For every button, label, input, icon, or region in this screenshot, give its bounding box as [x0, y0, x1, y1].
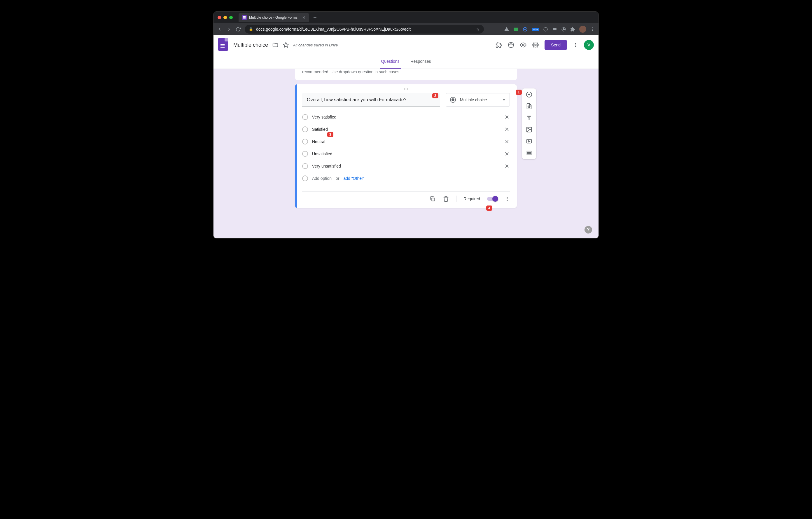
or-text: or — [336, 176, 339, 181]
svg-point-16 — [523, 44, 524, 46]
remove-option-icon[interactable] — [504, 163, 510, 169]
duplicate-icon[interactable] — [429, 196, 436, 202]
add-option-row: Add option or add "Other" — [295, 172, 517, 187]
option-label[interactable]: Unsatisfied — [312, 152, 500, 156]
svg-rect-2 — [243, 18, 245, 19]
tab-responses[interactable]: Responses — [409, 55, 432, 69]
folder-icon[interactable] — [272, 42, 279, 48]
forward-button[interactable] — [226, 27, 232, 32]
svg-rect-36 — [527, 154, 531, 155]
option-row[interactable]: Satisfied — [302, 123, 510, 135]
drag-handle-icon[interactable] — [295, 84, 517, 91]
save-status: All changes saved in Drive — [293, 43, 338, 47]
option-label[interactable]: Very unsatisfied — [312, 164, 500, 168]
new-ext-badge[interactable]: NEW — [532, 28, 539, 31]
question-more-icon[interactable] — [504, 196, 510, 201]
option-label[interactable]: Neutral — [312, 139, 500, 144]
forms-logo-icon[interactable] — [218, 38, 229, 52]
divider — [456, 196, 457, 202]
more-menu-icon[interactable] — [573, 42, 578, 48]
option-row[interactable]: Very satisfied — [302, 111, 510, 123]
question-input-wrap[interactable] — [302, 93, 440, 107]
option-label[interactable]: Very satisfied — [312, 115, 500, 119]
url-bar[interactable]: 🔒 docs.google.com/forms/d/1eO3LXima_v0nj… — [245, 25, 484, 33]
add-option-button[interactable]: Add option — [312, 176, 331, 181]
bookmark-star-icon[interactable]: ☆ — [476, 27, 480, 31]
chat-ext-icon[interactable] — [552, 27, 557, 32]
svg-point-33 — [528, 128, 528, 129]
option-row[interactable]: Unsatisfied — [302, 148, 510, 160]
drive-ext-icon[interactable] — [504, 27, 509, 32]
radio-placeholder-icon — [302, 139, 308, 144]
add-image-icon[interactable] — [526, 127, 532, 133]
form-title[interactable]: Multiple choice — [233, 42, 268, 48]
tab-questions[interactable]: Questions — [380, 55, 401, 69]
reload-button[interactable] — [236, 27, 241, 32]
circle-u-ext-icon[interactable] — [543, 27, 548, 32]
question-card[interactable]: 2 Multiple choice ▼ Very satisfied — [295, 84, 517, 208]
delete-icon[interactable] — [443, 196, 449, 202]
svg-point-30 — [507, 200, 508, 201]
option-label[interactable]: Satisfied — [312, 127, 500, 132]
tab-title: Multiple choice - Google Forms — [249, 16, 297, 20]
star-icon[interactable] — [283, 42, 289, 48]
account-avatar[interactable]: V — [584, 40, 594, 50]
option-row[interactable]: Neutral 3 — [302, 135, 510, 148]
forms-app: Multiple choice All changes saved in Dri… — [213, 35, 599, 238]
import-questions-icon[interactable] — [526, 103, 532, 109]
svg-point-24 — [404, 89, 405, 90]
addons-icon[interactable] — [496, 42, 502, 48]
chevron-down-icon: ▼ — [502, 99, 505, 102]
svg-point-13 — [510, 44, 511, 45]
remove-option-icon[interactable] — [504, 139, 510, 144]
remove-option-icon[interactable] — [504, 151, 510, 157]
question-input[interactable] — [307, 97, 435, 103]
annotation-badge-4: 4 — [486, 206, 492, 211]
browser-tab[interactable]: Multiple choice - Google Forms ✕ — [239, 13, 309, 22]
mail-ext-icon[interactable] — [513, 27, 519, 32]
preview-icon[interactable] — [520, 42, 526, 48]
lock-icon: 🔒 — [249, 27, 253, 31]
record-ext-icon[interactable] — [561, 27, 566, 32]
tabs-row: Questions Responses — [213, 55, 599, 69]
palette-icon[interactable] — [508, 42, 514, 48]
radio-placeholder-icon — [302, 175, 308, 181]
svg-point-15 — [512, 44, 513, 45]
radio-placeholder-icon — [302, 151, 308, 157]
browser-menu-icon[interactable] — [590, 27, 595, 31]
close-window-button[interactable] — [218, 16, 221, 19]
side-toolbar: 1 — [522, 88, 536, 159]
extensions-icon[interactable] — [570, 27, 575, 32]
svg-point-21 — [404, 88, 405, 89]
question-type-select[interactable]: Multiple choice ▼ — [446, 93, 510, 107]
add-video-icon[interactable] — [526, 138, 532, 144]
add-question-icon[interactable] — [526, 91, 532, 98]
circle-ext-icon[interactable] — [523, 27, 528, 32]
browser-toolbar: 🔒 docs.google.com/forms/d/1eO3LXima_v0nj… — [213, 23, 599, 35]
add-other-button[interactable]: add "Other" — [343, 176, 364, 181]
add-section-icon[interactable] — [526, 150, 532, 156]
send-button[interactable]: Send — [545, 40, 567, 50]
settings-icon[interactable] — [532, 42, 539, 48]
svg-point-23 — [407, 88, 408, 89]
help-button[interactable]: ? — [584, 226, 592, 234]
new-tab-button[interactable]: + — [313, 14, 317, 21]
required-toggle[interactable] — [487, 197, 498, 201]
add-title-icon[interactable] — [526, 115, 532, 121]
remove-option-icon[interactable] — [504, 114, 510, 120]
profile-avatar[interactable] — [579, 26, 586, 33]
maximize-window-button[interactable] — [229, 16, 233, 19]
back-button[interactable] — [217, 27, 222, 32]
svg-point-17 — [535, 44, 536, 46]
required-label: Required — [463, 196, 480, 201]
svg-rect-1 — [243, 17, 245, 18]
svg-point-5 — [544, 27, 547, 31]
close-tab-icon[interactable]: ✕ — [302, 15, 306, 20]
options-list: Very satisfied Satisfied Neutral — [295, 111, 517, 172]
info-text: recommended. Use dropdown question in su… — [302, 70, 401, 74]
option-row[interactable]: Very unsatisfied — [302, 160, 510, 172]
svg-rect-35 — [527, 151, 531, 153]
minimize-window-button[interactable] — [224, 16, 227, 19]
annotation-badge-2: 2 — [432, 93, 438, 99]
remove-option-icon[interactable] — [504, 127, 510, 132]
